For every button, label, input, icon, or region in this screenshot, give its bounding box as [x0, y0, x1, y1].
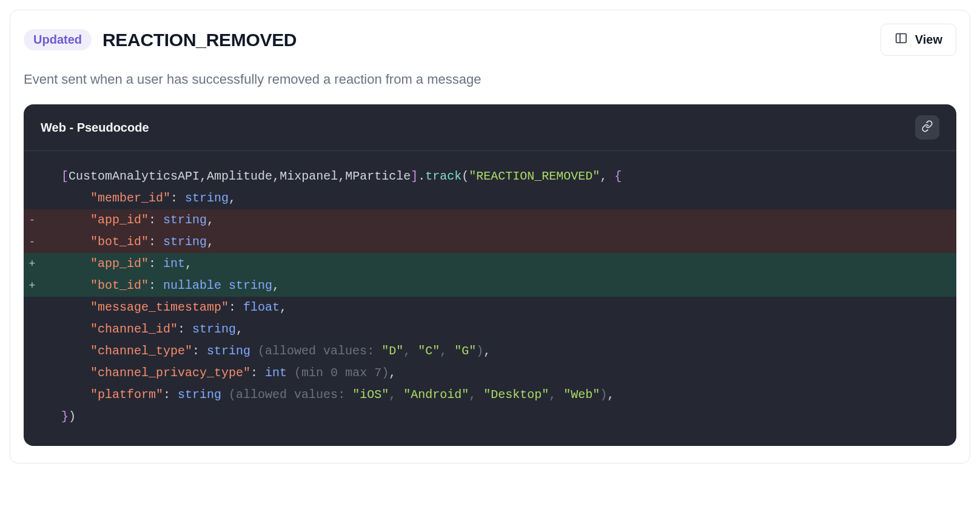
diff-gutter: -: [24, 232, 41, 252]
code-line: + "app_id": int,: [24, 253, 956, 275]
code-content: }): [55, 406, 76, 428]
code-content: [CustomAnalyticsAPI,Amplitude,Mixpanel,M…: [55, 166, 622, 187]
code-line: "member_id": string,: [24, 187, 956, 209]
code-content: "channel_type": string (allowed values: …: [55, 340, 491, 362]
code-line: "channel_type": string (allowed values: …: [24, 340, 956, 362]
code-body: [CustomAnalyticsAPI,Amplitude,Mixpanel,M…: [24, 151, 956, 446]
diff-gutter: -: [24, 211, 41, 230]
code-content: "bot_id": string,: [55, 231, 214, 253]
diff-gutter: +: [24, 254, 41, 274]
diff-gutter: [24, 320, 41, 339]
diff-gutter: [24, 189, 41, 208]
event-description: Event sent when a user has successfully …: [24, 72, 956, 87]
diff-gutter: [24, 407, 41, 427]
code-line: - "bot_id": string,: [24, 231, 956, 253]
code-content: "message_timestamp": float,: [55, 297, 287, 319]
code-content: "channel_privacy_type": int (min 0 max 7…: [55, 362, 396, 384]
diff-gutter: [24, 342, 41, 361]
code-header-title: Web - Pseudocode: [41, 121, 149, 135]
code-line: }): [24, 406, 956, 428]
code-content: "app_id": string,: [55, 209, 214, 231]
diff-gutter: [24, 385, 41, 405]
code-content: "channel_id": string,: [55, 319, 243, 340]
code-line: - "app_id": string,: [24, 209, 956, 231]
view-button[interactable]: View: [881, 24, 956, 56]
svg-rect-0: [896, 34, 907, 43]
diff-gutter: +: [24, 276, 41, 295]
code-line: "platform": string (allowed values: "iOS…: [24, 384, 956, 406]
code-panel: Web - Pseudocode [CustomAnalyticsAPI,Amp…: [24, 104, 956, 446]
code-line: "message_timestamp": float,: [24, 297, 956, 319]
code-line: [CustomAnalyticsAPI,Amplitude,Mixpanel,M…: [24, 166, 956, 187]
event-card: Updated REACTION_REMOVED View Event sent…: [10, 10, 970, 464]
updated-badge: Updated: [24, 29, 92, 50]
view-button-label: View: [915, 33, 942, 47]
code-content: "member_id": string,: [55, 187, 236, 209]
diff-gutter: [24, 298, 41, 317]
event-title: REACTION_REMOVED: [102, 30, 297, 50]
link-icon: [921, 120, 933, 135]
code-content: "platform": string (allowed values: "iOS…: [55, 384, 614, 406]
code-line: "channel_id": string,: [24, 319, 956, 340]
code-content: "bot_id": nullable string,: [55, 275, 280, 297]
code-line: "channel_privacy_type": int (min 0 max 7…: [24, 362, 956, 384]
code-content: "app_id": int,: [55, 253, 192, 275]
code-header: Web - Pseudocode: [24, 104, 956, 151]
copy-link-button[interactable]: [915, 115, 939, 140]
panel-icon: [894, 32, 908, 48]
code-line: + "bot_id": nullable string,: [24, 275, 956, 297]
diff-gutter: [24, 167, 41, 186]
diff-gutter: [24, 363, 41, 383]
card-header: Updated REACTION_REMOVED View: [24, 24, 956, 56]
